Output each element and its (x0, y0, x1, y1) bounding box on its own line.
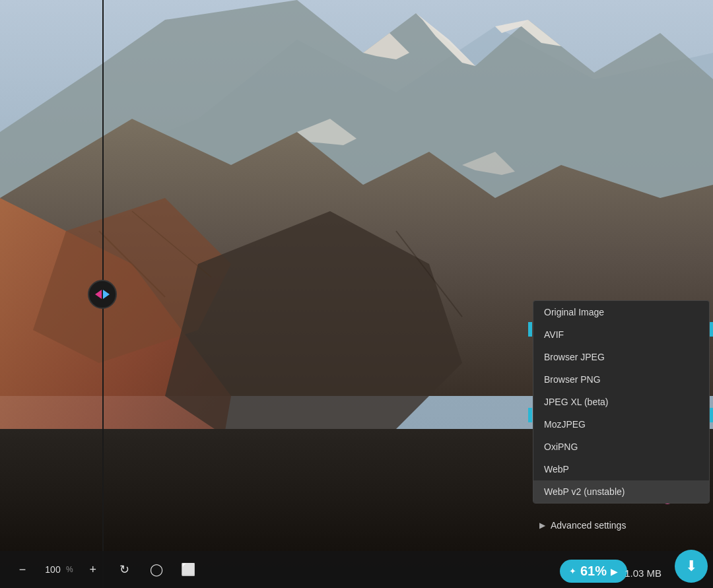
svg-line-13 (396, 231, 462, 317)
dropdown-item-mozjpeg[interactable]: MozJPEG (533, 413, 709, 436)
svg-marker-15 (462, 152, 515, 175)
svg-marker-7 (0, 198, 231, 588)
compare-icon: ⬜ (181, 562, 195, 577)
advanced-settings-section: ▶ Advanced settings (539, 517, 710, 533)
dropdown-item-browser-png[interactable]: Browser PNG (533, 368, 709, 391)
zoom-out-button[interactable]: − (11, 558, 34, 581)
savings-badge: ✦ 61% ▶ (560, 560, 627, 583)
savings-arrow-icon: ▶ (611, 566, 618, 577)
svg-marker-9 (165, 211, 462, 462)
dropdown-item-browser-jpeg[interactable]: Browser JPEG (533, 346, 709, 368)
savings-percent-value: 61 (580, 564, 595, 578)
dropdown-item-webp[interactable]: WebP (533, 458, 709, 480)
zoom-value: 100 (42, 564, 63, 575)
left-panel-indicator (528, 322, 532, 337)
zoom-out-icon: − (19, 563, 26, 577)
zoom-unit: % (66, 565, 73, 574)
dropdown-item-avif[interactable]: AVIF (533, 323, 709, 346)
dropdown-item-oxipng[interactable]: OxiPNG (533, 436, 709, 458)
svg-marker-2 (0, 0, 713, 231)
svg-marker-14 (297, 119, 356, 145)
dropdown-item-webp-v2[interactable]: WebP v2 (unstable) (533, 480, 709, 503)
download-button[interactable]: ⬇ (675, 550, 708, 583)
rotate-icon: ↻ (119, 562, 129, 577)
svg-marker-1 (0, 26, 713, 198)
svg-line-12 (132, 211, 211, 277)
crop-icon: ◯ (150, 562, 163, 577)
advanced-settings-button[interactable]: ▶ Advanced settings (539, 517, 626, 533)
chevron-right-icon: ▶ (539, 521, 545, 530)
compare-arrows (95, 290, 110, 299)
rotate-button[interactable]: ↻ (113, 558, 137, 581)
svg-marker-4 (495, 20, 561, 46)
left-panel-indicator-2 (528, 408, 532, 422)
zoom-display: 100 % (42, 564, 73, 575)
svg-marker-5 (363, 33, 409, 59)
savings-percent: 61% (580, 564, 607, 579)
compare-button[interactable]: ⬜ (176, 558, 200, 581)
svg-marker-8 (33, 198, 231, 363)
savings-icon: ✦ (569, 566, 576, 576)
dropdown-item-original[interactable]: Original Image (533, 301, 709, 323)
svg-marker-3 (416, 13, 475, 66)
zoom-in-icon: + (89, 563, 96, 577)
arrow-right-icon (103, 290, 110, 299)
advanced-settings-label: Advanced settings (551, 520, 626, 531)
dropdown-item-jpeg-xl[interactable]: JPEG XL (beta) (533, 391, 709, 413)
crop-button[interactable]: ◯ (145, 558, 168, 581)
compare-handle[interactable] (88, 280, 117, 309)
download-icon: ⬇ (685, 558, 697, 575)
zoom-in-button[interactable]: + (81, 558, 105, 581)
savings-percent-sign: % (595, 564, 607, 578)
file-size-display: 1.03 MB (625, 568, 662, 579)
codec-dropdown-menu: Original Image AVIF Browser JPEG Browser… (533, 300, 710, 504)
arrow-left-icon (95, 290, 102, 299)
